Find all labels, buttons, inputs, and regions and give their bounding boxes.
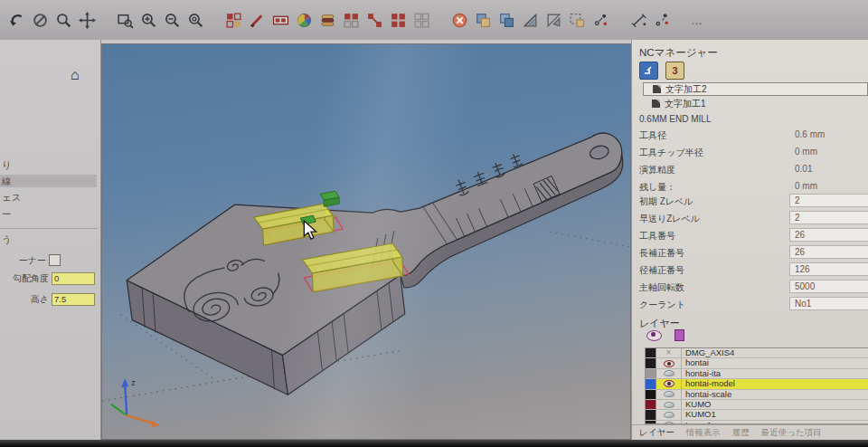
red-diagonal-cells-icon[interactable] bbox=[363, 9, 385, 31]
red-marker-icon[interactable] bbox=[246, 9, 268, 31]
param-label: 早送りZレベル bbox=[639, 213, 700, 225]
param-label: 残し量： bbox=[639, 181, 675, 194]
layer-row[interactable]: hontai-ita bbox=[646, 369, 868, 379]
nc-post-icon-button[interactable] bbox=[639, 62, 658, 80]
layer-color-swatch[interactable] bbox=[646, 358, 656, 367]
layer-name: hontai bbox=[682, 358, 709, 367]
draft-angle-input[interactable]: 0 bbox=[52, 272, 95, 285]
layer-visibility-toggle[interactable]: × bbox=[656, 348, 682, 357]
layer-color-swatch[interactable] bbox=[646, 390, 656, 399]
corner-checkbox[interactable] bbox=[49, 254, 61, 266]
param-input[interactable]: 2 bbox=[789, 194, 868, 207]
param-input[interactable]: 126 bbox=[789, 262, 868, 276]
param-value: 0 mm bbox=[795, 181, 817, 191]
param-input[interactable]: 2 bbox=[789, 211, 868, 224]
viewport-3d[interactable]: z bbox=[101, 43, 631, 440]
layer-name: KUMO1 bbox=[682, 410, 716, 419]
job-label: 文字加工2 bbox=[665, 83, 707, 96]
param-value: 0.01 bbox=[795, 164, 812, 174]
layer-row[interactable]: hontai-scale bbox=[646, 390, 868, 400]
hatch-corner-2-icon[interactable] bbox=[542, 9, 564, 31]
zoom-out-icon[interactable] bbox=[161, 9, 183, 31]
param-input[interactable]: No1 bbox=[789, 297, 868, 310]
nc-count-button[interactable]: 3 bbox=[665, 62, 684, 80]
truncated-label: ェス bbox=[2, 192, 22, 204]
layer-visibility-toggle[interactable] bbox=[656, 379, 682, 388]
layer-visibility-toggle[interactable] bbox=[656, 390, 682, 399]
layer-color-swatch[interactable] bbox=[646, 379, 656, 388]
layer-row[interactable]: hontai bbox=[646, 358, 868, 368]
layers-section-title: レイヤー bbox=[639, 317, 680, 330]
red-cells-icon[interactable] bbox=[269, 9, 291, 31]
layer-row[interactable]: KUMO bbox=[646, 400, 868, 410]
param-label: クーラント bbox=[639, 299, 685, 311]
layer-color-swatch[interactable] bbox=[646, 369, 656, 378]
no-entry-icon[interactable] bbox=[29, 9, 51, 31]
grid-empty-icon[interactable] bbox=[410, 9, 432, 31]
layer-color-swatch[interactable] bbox=[646, 348, 656, 357]
param-input[interactable]: 26 bbox=[789, 228, 868, 242]
tab-layers[interactable]: レイヤー bbox=[639, 427, 675, 439]
nc-job-item[interactable]: 文字加工1 bbox=[643, 97, 868, 110]
height-input[interactable]: 7.5 bbox=[52, 293, 95, 306]
param-label: 工具チップ半径 bbox=[639, 147, 703, 159]
zoom-extents-icon[interactable] bbox=[184, 9, 206, 31]
hatch-corner-icon[interactable] bbox=[519, 9, 541, 31]
paste-overlap-icon[interactable] bbox=[495, 9, 517, 31]
measure-line-icon[interactable] bbox=[627, 9, 649, 31]
top-toolbar: … bbox=[0, 0, 868, 40]
param-label: 工具径 bbox=[639, 129, 666, 142]
layer-row[interactable]: KUMO1 bbox=[646, 410, 868, 420]
param-input[interactable]: 5000 bbox=[789, 280, 868, 293]
pan-icon[interactable] bbox=[76, 9, 98, 31]
undo-arrow-icon[interactable] bbox=[5, 9, 27, 31]
layer-name: KUMO bbox=[682, 400, 712, 409]
job-icon bbox=[652, 100, 660, 108]
color-wheel-icon[interactable] bbox=[293, 9, 315, 31]
param-input[interactable]: 26 bbox=[789, 245, 868, 259]
zoom-icon[interactable] bbox=[52, 9, 74, 31]
param-label: 主軸回転数 bbox=[639, 281, 684, 294]
delete-x-icon[interactable] bbox=[448, 9, 470, 31]
layer-stack-icon[interactable] bbox=[316, 9, 338, 31]
dashed-select-icon[interactable] bbox=[566, 9, 588, 31]
param-value: 0 mm bbox=[795, 147, 817, 157]
tab-info-display[interactable]: 情報表示 bbox=[686, 427, 721, 439]
truncated-label: り bbox=[2, 159, 12, 172]
copy-overlap-icon[interactable] bbox=[472, 9, 494, 31]
tab-recent-items[interactable]: 最近使った項目 bbox=[761, 427, 822, 439]
grid-all-red-icon[interactable] bbox=[387, 9, 409, 31]
scatter-points-icon[interactable] bbox=[590, 9, 611, 31]
job-icon bbox=[653, 85, 661, 93]
layer-row[interactable]: ×DMG_AXIS4 bbox=[646, 348, 868, 358]
zoom-in-icon[interactable] bbox=[137, 9, 159, 31]
layer-color-swatch[interactable] bbox=[646, 410, 656, 419]
screen-bezel bbox=[0, 440, 868, 447]
layer-visibility-toggle[interactable] bbox=[656, 358, 682, 367]
layer-filter-icon[interactable] bbox=[675, 329, 684, 341]
tool-name: 0.6MM END MILL bbox=[639, 114, 711, 124]
truncated-label: 線 bbox=[2, 176, 12, 188]
tile-grid-icon[interactable] bbox=[222, 9, 244, 31]
nc-manager-panel: NCマネージャー 3 文字加工2 文字加工1 0.6MM END MILL 工具… bbox=[631, 40, 868, 447]
z-axis-label: z bbox=[131, 378, 136, 387]
layer-visibility-toggle[interactable] bbox=[656, 369, 682, 378]
layer-visibility-toggle[interactable] bbox=[656, 400, 682, 409]
layer-color-swatch[interactable] bbox=[646, 400, 656, 409]
job-label: 文字加工1 bbox=[665, 98, 706, 110]
home-icon[interactable]: ⌂ bbox=[71, 67, 80, 83]
layer-visibility-toggle[interactable] bbox=[656, 410, 682, 419]
truncated-label: う bbox=[2, 233, 12, 246]
nc-job-item-selected[interactable]: 文字加工2 bbox=[643, 82, 868, 96]
tab-history[interactable]: 履歴 bbox=[732, 427, 750, 439]
layer-row[interactable]: hontai-model bbox=[646, 379, 868, 389]
zoom-window-icon[interactable] bbox=[114, 9, 136, 31]
grid-red-gray-icon[interactable] bbox=[340, 9, 362, 31]
bottom-panel-tabs: レイヤー 情報表示 履歴 最近使った項目 bbox=[632, 424, 868, 441]
toolbar-overflow-icon[interactable]: … bbox=[691, 14, 703, 27]
scatter-points-2-icon[interactable] bbox=[651, 9, 673, 31]
show-all-layers-eye-icon[interactable] bbox=[646, 330, 662, 341]
selected-option-bar[interactable]: 線 bbox=[0, 175, 97, 187]
param-value: 0.6 mm bbox=[795, 129, 825, 139]
model-canvas[interactable]: z bbox=[102, 44, 630, 439]
